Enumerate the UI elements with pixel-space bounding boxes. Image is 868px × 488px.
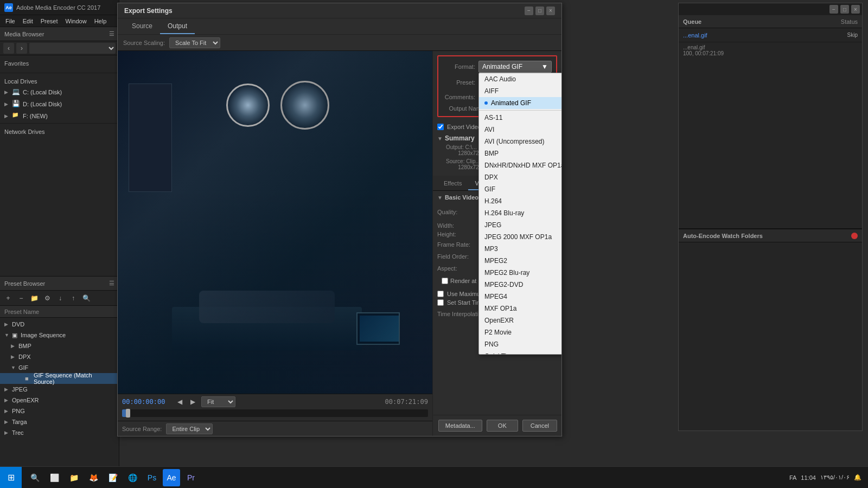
tab-output[interactable]: Output: [160, 19, 195, 34]
export-titlebar: Export Settings − □ ×: [118, 3, 561, 18]
source-range-dropdown[interactable]: Entire Clip Work Area Custom: [166, 423, 213, 434]
dropdown-aiff-label: AIFF: [484, 87, 499, 95]
render-at-max-checkbox[interactable]: [442, 278, 448, 284]
preset-image-sequence[interactable]: ▼ ▣ Image Sequence: [0, 330, 119, 341]
taskbar-word-icon[interactable]: 📝: [104, 469, 122, 486]
source-scale-dropdown[interactable]: Scale To Fit Scale To Fill Stretch: [169, 37, 220, 48]
preset-openexr[interactable]: ▶ OpenEXR: [0, 395, 119, 406]
status-close-btn[interactable]: ×: [851, 5, 860, 14]
tab-source[interactable]: Source: [124, 19, 160, 34]
dropdown-p2movie[interactable]: P2 Movie: [479, 326, 561, 338]
format-dropdown-list[interactable]: AAC Audio AIFF Animated GIF AS: [478, 73, 561, 355]
dropdown-h264[interactable]: H.264: [479, 195, 561, 207]
timeline-bar[interactable]: [122, 409, 428, 417]
timeline-handle[interactable]: [126, 409, 130, 418]
preset-targa[interactable]: ▶ Targa: [0, 416, 119, 427]
minimize-btn[interactable]: −: [525, 7, 533, 15]
dropdown-openexr[interactable]: OpenEXR: [479, 314, 561, 326]
taskbar-search-icon[interactable]: 🔍: [26, 469, 43, 486]
preset-trec[interactable]: ▶ Trec: [0, 427, 119, 438]
taskbar-explorer-icon[interactable]: 📁: [65, 469, 82, 486]
dropdown-mpeg2[interactable]: MPEG2: [479, 255, 561, 267]
preset-png[interactable]: ▶ PNG: [0, 406, 119, 416]
format-dropdown-display[interactable]: Animated GIF ▼: [478, 61, 552, 73]
dropdown-aac-audio[interactable]: AAC Audio: [479, 73, 561, 85]
metadata-btn[interactable]: Metadata...: [438, 420, 482, 432]
status-minimize-btn[interactable]: −: [829, 5, 838, 14]
tab-effects[interactable]: Effects: [437, 177, 468, 190]
close-btn[interactable]: ×: [546, 7, 555, 15]
menu-edit[interactable]: Edit: [20, 17, 36, 25]
preset-export-btn[interactable]: ↑: [67, 292, 79, 304]
drive-c[interactable]: ▶ 💻 C: (Local Disk): [0, 86, 119, 98]
taskbar-ame-icon[interactable]: Ae: [163, 469, 180, 486]
use-max-checkbox[interactable]: [437, 291, 444, 297]
preset-dpx[interactable]: ▶ DPX: [0, 351, 119, 362]
timeline-play-btn[interactable]: ▶: [188, 397, 197, 406]
drive-f[interactable]: ▶ 📁 F: (NEW): [0, 110, 119, 122]
dropdown-avi[interactable]: AVI: [479, 124, 561, 136]
nav-forward-btn[interactable]: ›: [16, 43, 27, 54]
dropdown-dpx[interactable]: DPX: [479, 171, 561, 183]
dropdown-quicktime-label: QuickTime: [484, 352, 515, 355]
drive-d[interactable]: ▶ 💾 D: (Local Disk): [0, 98, 119, 110]
menu-preset[interactable]: Preset: [37, 17, 61, 25]
dropdown-jpeg[interactable]: JPEG: [479, 219, 561, 231]
dropdown-animated-gif[interactable]: Animated GIF: [479, 97, 561, 109]
status-maximize-btn[interactable]: □: [840, 5, 849, 14]
timeline-rewind-btn[interactable]: ◀: [175, 397, 184, 406]
dropdown-png[interactable]: PNG: [479, 338, 561, 350]
dropdown-dnxhr[interactable]: DNxHR/DNxHD MXF OP1a: [479, 159, 561, 171]
preset-gif-match-source[interactable]: ■ GIF Sequence (Match Source): [0, 373, 119, 384]
preset-jpeg[interactable]: ▶ JPEG: [0, 384, 119, 395]
menu-window[interactable]: Window: [62, 17, 90, 25]
dropdown-mxf-op1a[interactable]: MXF OP1a: [479, 303, 561, 314]
dropdown-mpeg2-bluray[interactable]: MPEG2 Blu-ray: [479, 267, 561, 279]
cancel-btn[interactable]: Cancel: [522, 420, 557, 432]
ok-btn[interactable]: OK: [487, 420, 518, 432]
dropdown-bmp[interactable]: BMP: [479, 147, 561, 159]
fit-dropdown[interactable]: Fit 25% 50% 100%: [201, 396, 235, 407]
start-button[interactable]: ⊞: [0, 467, 22, 489]
preset-search-btn[interactable]: 🔍: [80, 292, 92, 304]
taskbar-taskview-icon[interactable]: ⬜: [46, 469, 63, 486]
breadcrumb-dropdown[interactable]: [29, 43, 116, 54]
taskbar-premiere-icon[interactable]: Pr: [182, 469, 200, 486]
maximize-btn[interactable]: □: [535, 7, 544, 15]
frame-rate-label: Frame Rate:: [437, 241, 481, 248]
preset-folder-btn[interactable]: 📁: [28, 292, 40, 304]
media-browser-menu-icon[interactable]: ☰: [109, 30, 114, 37]
dropdown-mpeg4[interactable]: MPEG4: [479, 291, 561, 303]
dropdown-jpeg2000[interactable]: JPEG 2000 MXF OP1a: [479, 231, 561, 243]
dropdown-mpeg2-dvd-label: MPEG2-DVD: [484, 281, 523, 288]
encode-status-btn[interactable]: [851, 233, 858, 239]
preset-import-btn[interactable]: ↓: [54, 292, 66, 304]
preset-bmp[interactable]: ▶ BMP: [0, 341, 119, 351]
preset-browser-menu-icon[interactable]: ☰: [109, 280, 114, 287]
export-video-checkbox[interactable]: [437, 124, 444, 130]
dropdown-mp3[interactable]: MP3: [479, 243, 561, 255]
preset-add-btn[interactable]: +: [2, 292, 14, 304]
taskbar-notification-icon[interactable]: 🔔: [854, 474, 861, 481]
taskbar-chrome-icon[interactable]: 🌐: [124, 469, 141, 486]
preset-gif-group[interactable]: ▼ GIF: [0, 362, 119, 373]
preset-remove-btn[interactable]: −: [15, 292, 27, 304]
dropdown-as11[interactable]: AS-11: [479, 112, 561, 124]
dropdown-aiff[interactable]: AIFF: [479, 85, 561, 97]
taskbar-ps-icon[interactable]: Ps: [143, 469, 161, 486]
dropdown-gif[interactable]: GIF: [479, 183, 561, 195]
preset-settings-btn[interactable]: ⚙: [41, 292, 53, 304]
dropdown-gif-label: GIF: [484, 185, 495, 193]
set-start-checkbox[interactable]: [437, 299, 444, 306]
dropdown-avi-label: AVI: [484, 126, 494, 133]
dropdown-mpeg2-dvd[interactable]: MPEG2-DVD: [479, 279, 561, 291]
menu-help[interactable]: Help: [91, 17, 110, 25]
nav-back-btn[interactable]: ‹: [3, 43, 14, 54]
dropdown-h264-bluray[interactable]: H.264 Blu-ray: [479, 207, 561, 219]
format-dropdown-container: Animated GIF ▼ AAC Audio AIFF: [478, 61, 552, 73]
dropdown-avi-uncompressed[interactable]: AVI (Uncompressed): [479, 136, 561, 147]
dropdown-quicktime[interactable]: QuickTime: [479, 350, 561, 355]
preset-dvd[interactable]: ▶ DVD: [0, 319, 119, 330]
menu-file[interactable]: File: [2, 17, 18, 25]
taskbar-firefox-icon[interactable]: 🦊: [85, 469, 102, 486]
